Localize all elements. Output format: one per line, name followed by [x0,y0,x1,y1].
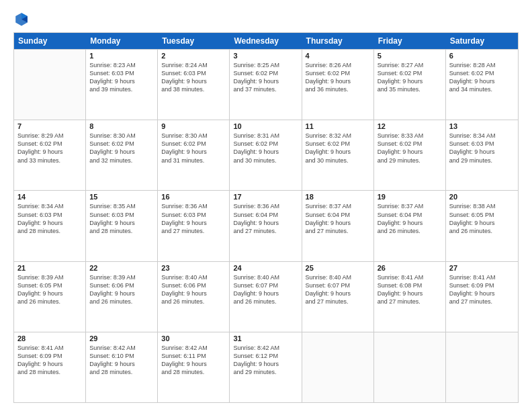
day-number: 11 [306,122,370,130]
calendar-row-4: 28Sunrise: 8:41 AMSunset: 6:09 PMDayligh… [14,332,518,402]
daylight-line1: Daylight: 9 hours [17,360,82,368]
daylight-line1: Daylight: 9 hours [449,219,515,227]
header-day-sunday: Sunday [14,33,86,49]
daylight-line1: Daylight: 9 hours [233,360,298,368]
cell-info: Sunset: 6:02 PM [306,69,370,77]
cal-cell-empty [446,332,518,402]
cell-info: Sunset: 6:09 PM [17,352,82,360]
daylight-line2: and 28 minutes. [89,368,154,376]
daylight-line2: and 31 minutes. [161,156,226,165]
cal-cell-7: 7Sunrise: 8:29 AMSunset: 6:02 PMDaylight… [14,120,86,190]
day-number: 5 [378,52,442,60]
cell-info: Sunrise: 8:30 AM [89,132,154,140]
cal-cell-empty [14,50,86,120]
header-day-saturday: Saturday [446,33,518,49]
day-number: 30 [161,334,226,342]
daylight-line2: and 26 minutes. [378,227,442,235]
daylight-line1: Daylight: 9 hours [378,148,442,156]
day-number: 18 [306,193,370,201]
cell-info: Sunset: 6:02 PM [378,69,442,77]
daylight-line1: Daylight: 9 hours [89,219,154,227]
cell-info: Sunset: 6:07 PM [233,281,298,289]
cell-info: Sunrise: 8:41 AM [378,273,442,281]
day-number: 22 [89,264,154,272]
cell-info: Sunset: 6:02 PM [233,140,298,148]
cell-info: Sunrise: 8:28 AM [449,61,515,69]
cell-info: Sunrise: 8:25 AM [233,61,298,69]
daylight-line1: Daylight: 9 hours [161,148,226,156]
cell-info: Sunset: 6:08 PM [378,281,442,289]
day-number: 6 [449,52,515,60]
daylight-line2: and 26 minutes. [161,298,226,306]
cell-info: Sunrise: 8:42 AM [161,344,226,352]
cal-cell-31: 31Sunrise: 8:42 AMSunset: 6:12 PMDayligh… [230,332,302,402]
cal-cell-2: 2Sunrise: 8:24 AMSunset: 6:03 PMDaylight… [158,50,230,120]
daylight-line2: and 27 minutes. [306,298,370,306]
day-number: 3 [233,52,298,60]
day-number: 19 [378,193,442,201]
cal-cell-25: 25Sunrise: 8:40 AMSunset: 6:07 PMDayligh… [302,262,374,332]
cal-cell-empty [374,332,446,402]
daylight-line1: Daylight: 9 hours [378,289,442,298]
cal-cell-18: 18Sunrise: 8:37 AMSunset: 6:04 PMDayligh… [302,191,374,261]
daylight-line1: Daylight: 9 hours [89,148,154,156]
day-number: 8 [89,122,154,130]
daylight-line1: Daylight: 9 hours [449,77,515,85]
cal-cell-15: 15Sunrise: 8:35 AMSunset: 6:03 PMDayligh… [86,191,158,261]
day-number: 16 [161,193,226,201]
logo-icon [13,11,30,27]
day-number: 9 [161,122,226,130]
cell-info: Sunset: 6:09 PM [449,281,515,289]
cell-info: Sunrise: 8:41 AM [17,344,82,352]
cell-info: Sunset: 6:02 PM [378,140,442,148]
day-number: 17 [233,193,298,201]
day-number: 26 [378,264,442,272]
cal-cell-30: 30Sunrise: 8:42 AMSunset: 6:11 PMDayligh… [158,332,230,402]
daylight-line2: and 34 minutes. [449,85,515,93]
cal-cell-20: 20Sunrise: 8:38 AMSunset: 6:05 PMDayligh… [446,191,518,261]
day-number: 13 [449,122,515,130]
cell-info: Sunrise: 8:34 AM [17,202,82,210]
cell-info: Sunrise: 8:34 AM [449,132,515,140]
day-number: 29 [89,334,154,342]
day-number: 23 [161,264,226,272]
header-day-tuesday: Tuesday [158,33,230,49]
cell-info: Sunrise: 8:24 AM [161,61,226,69]
cal-cell-4: 4Sunrise: 8:26 AMSunset: 6:02 PMDaylight… [302,50,374,120]
cell-info: Sunset: 6:04 PM [233,211,298,219]
cell-info: Sunrise: 8:40 AM [306,273,370,281]
daylight-line2: and 36 minutes. [306,85,370,93]
cal-cell-24: 24Sunrise: 8:40 AMSunset: 6:07 PMDayligh… [230,262,302,332]
cell-info: Sunset: 6:07 PM [306,281,370,289]
daylight-line1: Daylight: 9 hours [233,148,298,156]
cell-info: Sunset: 6:02 PM [306,140,370,148]
cell-info: Sunrise: 8:35 AM [89,202,154,210]
cell-info: Sunrise: 8:26 AM [306,61,370,69]
cell-info: Sunrise: 8:23 AM [89,61,154,69]
daylight-line2: and 33 minutes. [17,156,82,165]
day-number: 28 [17,334,82,342]
cell-info: Sunrise: 8:31 AM [233,132,298,140]
cell-info: Sunset: 6:11 PM [161,352,226,360]
calendar: SundayMondayTuesdayWednesdayThursdayFrid… [13,32,519,403]
day-number: 7 [17,122,82,130]
cal-cell-empty [302,332,374,402]
day-number: 15 [89,193,154,201]
logo [13,11,31,27]
cal-cell-28: 28Sunrise: 8:41 AMSunset: 6:09 PMDayligh… [14,332,86,402]
daylight-line1: Daylight: 9 hours [449,148,515,156]
daylight-line1: Daylight: 9 hours [233,289,298,298]
cell-info: Sunrise: 8:30 AM [161,132,226,140]
cell-info: Sunrise: 8:39 AM [17,273,82,281]
daylight-line2: and 37 minutes. [233,85,298,93]
cal-cell-13: 13Sunrise: 8:34 AMSunset: 6:03 PMDayligh… [446,120,518,190]
cell-info: Sunrise: 8:36 AM [161,202,226,210]
cell-info: Sunset: 6:04 PM [378,211,442,219]
cell-info: Sunset: 6:02 PM [89,140,154,148]
cal-cell-27: 27Sunrise: 8:41 AMSunset: 6:09 PMDayligh… [446,262,518,332]
day-number: 20 [449,193,515,201]
daylight-line2: and 35 minutes. [378,85,442,93]
cal-cell-22: 22Sunrise: 8:39 AMSunset: 6:06 PMDayligh… [86,262,158,332]
cell-info: Sunset: 6:03 PM [89,211,154,219]
cell-info: Sunset: 6:03 PM [161,211,226,219]
